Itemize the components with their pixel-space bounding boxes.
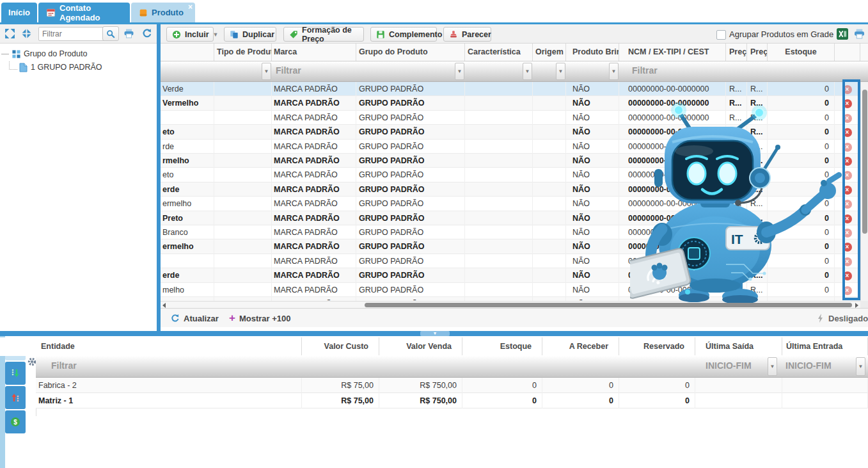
formacao-preco-button[interactable]: Formação de Preço (283, 27, 364, 42)
grid-filter-row[interactable]: ▼ Filtrar ▼ ▼ ▼ ▼ Filtrar (161, 61, 868, 82)
table-row[interactable]: etoMARCA PADRÃOGRUPO PADRÃONÃO00000000-0… (161, 168, 860, 182)
cell-origem (533, 182, 566, 197)
cell-marca: MARCA PADRÃO (272, 168, 356, 182)
scroll-right-icon[interactable] (855, 303, 858, 308)
panel-splitter[interactable]: ▼ (0, 331, 868, 336)
agrupar-checkbox[interactable] (716, 30, 726, 40)
table-row[interactable]: VerdeMARCA PADRÃOGRUPO PADRÃONÃO00000000… (161, 82, 860, 96)
entity-row[interactable]: Fabrica - 2R$ 75,00R$ 750,00000 (36, 378, 868, 393)
filter-dropdown-icon[interactable]: ▼ (523, 63, 532, 80)
table-row[interactable]: PretoMARCA PADRÃOGRUPO PADRÃONÃO00000000… (161, 211, 860, 225)
filter-dropdown-icon[interactable]: ▼ (609, 63, 619, 80)
status-text: Desligado (828, 314, 868, 323)
table-row[interactable]: BrancoMARCA PADRÃOGRUPO PADRÃONÃO0000000… (161, 225, 860, 239)
tab-produto[interactable]: Produto × (131, 3, 195, 22)
table-row[interactable]: rdeMARCA PADRÃOGRUPO PADRÃONÃO00000000-0… (161, 140, 860, 154)
parecer-button[interactable]: Parecer (443, 27, 491, 42)
ultima-saida-filter[interactable]: INICIO-FIM (706, 360, 752, 371)
table-row[interactable]: melhoMARCA PADRÃOGRUPO PADRÃONÃO00000000… (161, 283, 860, 297)
tree-print-icon[interactable] (123, 29, 134, 38)
column-header-grupo[interactable]: Grupo do Produto (356, 44, 465, 61)
filter-dropdown-icon[interactable]: ▼ (262, 63, 271, 80)
column-header-ultima_saida[interactable]: Última Saída (695, 337, 782, 355)
table-row[interactable]: erdeMARCA PADRÃOGRUPO PADRÃONÃO00000000-… (161, 268, 860, 282)
table-row[interactable]: MARCA PADRÃOGRUPO PADRÃONÃO00000000-00-0… (161, 254, 860, 268)
cell-preco_minimo: R... (747, 168, 768, 182)
tree-refresh-icon[interactable] (142, 28, 152, 38)
column-header-ncm[interactable]: NCM / EX-TIPI / CEST (619, 44, 726, 61)
tree-child-row[interactable]: 1 GRUPO PADRÃO (9, 61, 102, 74)
tree-filter-input[interactable] (38, 27, 106, 41)
tree-search-button[interactable] (102, 26, 119, 41)
column-header-actions[interactable] (835, 44, 860, 61)
cell-preco_tabela: R... (726, 268, 747, 282)
cell-desc: erde (161, 182, 214, 197)
column-header-entidade[interactable]: Entidade (36, 337, 302, 355)
print-grid-icon[interactable] (853, 29, 865, 39)
column-header-reservado[interactable]: Reservado (619, 337, 695, 355)
scroll-left-icon[interactable] (162, 303, 166, 308)
marca-filter-label[interactable]: Filtrar (276, 65, 301, 76)
column-header-ultima_entrada[interactable]: Última Entrada (782, 337, 868, 355)
vertical-scrollbar-thumb[interactable] (862, 90, 867, 234)
cell-brinde: NÃO (566, 125, 619, 139)
excel-export-icon[interactable] (837, 28, 848, 40)
entity-filter-row[interactable]: Filtrar INICIO-FIM ▼ INICIO-FIM ▼ (36, 356, 868, 378)
price-tag-icon (289, 30, 298, 39)
tree-root-row[interactable]: Grupo do Produto (0, 47, 87, 60)
ultima-entrada-filter[interactable]: INICIO-FIM (785, 360, 832, 371)
column-header-preco_minimo[interactable]: Preç (747, 44, 768, 61)
column-header-brinde[interactable]: Produto Brind (566, 44, 619, 61)
table-row[interactable]: etoMARCA PADRÃOGRUPO PADRÃONÃO00000000-0… (161, 125, 860, 139)
formacao-preco-label: Formação de Preço (302, 26, 358, 44)
entity-table-header: EntidadeValor CustoValor VendaEstoqueA R… (0, 337, 868, 356)
arrow-down-icon (10, 368, 20, 378)
collapse-all-icon[interactable] (21, 28, 32, 39)
column-header-origem[interactable]: Origem d (533, 44, 566, 61)
tab-contato-agendado[interactable]: Contato Agendado (38, 3, 130, 22)
cell-desc: erde (161, 268, 214, 282)
tab-inicio[interactable]: Início (1, 3, 37, 22)
table-row[interactable]: ermelhoMARCA PADRÃOGRUPO PADRÃONÃO000000… (161, 239, 860, 254)
duplicar-button[interactable]: Duplicar (224, 27, 276, 42)
cell-caracteristica (465, 125, 533, 139)
mostrar-mais-button[interactable]: + Mostrar +100 (229, 309, 291, 328)
column-header-marca[interactable]: Marca (272, 44, 356, 61)
column-header-valor_venda[interactable]: Valor Venda (379, 337, 462, 355)
cell-brinde: NÃO (566, 154, 619, 168)
close-icon[interactable]: × (188, 3, 193, 11)
horizontal-scrollbar-thumb[interactable] (365, 303, 852, 307)
table-row[interactable]: erdeMARCA PADRÃOGRUPO PADRÃONÃO00000000-… (161, 182, 860, 197)
column-header-desc[interactable] (161, 44, 214, 61)
filter-dropdown-icon[interactable]: ▼ (856, 357, 865, 376)
filter-dropdown-icon[interactable]: ▼ (768, 357, 777, 376)
column-header-estoque[interactable]: Estoque (462, 337, 542, 355)
filter-dropdown-icon[interactable]: ▼ (556, 63, 565, 80)
complemento-button[interactable]: Complemento (370, 27, 437, 42)
column-header-estoque[interactable]: Estoque (768, 44, 835, 61)
cell-marca: MARCA PADRÃO (272, 182, 356, 197)
cell-origem (533, 96, 566, 110)
incluir-button[interactable]: Incluir ▼ (166, 27, 214, 42)
entity-row[interactable]: Matriz - 1R$ 75,00R$ 750,00000 (36, 393, 868, 408)
atualizar-button[interactable]: Atualizar (171, 309, 219, 328)
status-indicator[interactable]: Desligado (817, 309, 868, 328)
tree-expander-line[interactable] (1, 54, 9, 54)
cell-tipo (214, 283, 272, 297)
cell-origem (533, 82, 566, 96)
column-header-caracteristica[interactable]: Característica (465, 44, 533, 61)
ncm-filter-label[interactable]: Filtrar (632, 65, 658, 76)
filter-dropdown-icon[interactable]: ▼ (455, 63, 464, 80)
table-row[interactable]: MARCA PADRÃOGRUPO PADRÃONÃO00000000-00-0… (161, 111, 860, 125)
table-row[interactable]: rmelhoMARCA PADRÃOGRUPO PADRÃONÃO0000000… (161, 154, 860, 168)
column-header-preco_tabela[interactable]: Preç (726, 44, 747, 61)
entidade-filter-label[interactable]: Filtrar (51, 360, 77, 371)
column-header-tipo[interactable]: Tipo de Produt (214, 44, 272, 61)
table-row[interactable]: ermelhoMARCA PADRÃOGRUPO PADRÃONÃO000000… (161, 197, 860, 211)
table-row[interactable]: VermelhoMARCA PADRÃOGRUPO PADRÃONÃO00000… (161, 96, 860, 110)
expand-all-icon[interactable] (4, 28, 15, 39)
splitter-collapse-handle[interactable]: ▼ (420, 331, 450, 336)
column-header-valor_custo[interactable]: Valor Custo (302, 337, 379, 355)
cell-desc: eto (161, 168, 214, 182)
column-header-a_receber[interactable]: A Receber (542, 337, 619, 355)
